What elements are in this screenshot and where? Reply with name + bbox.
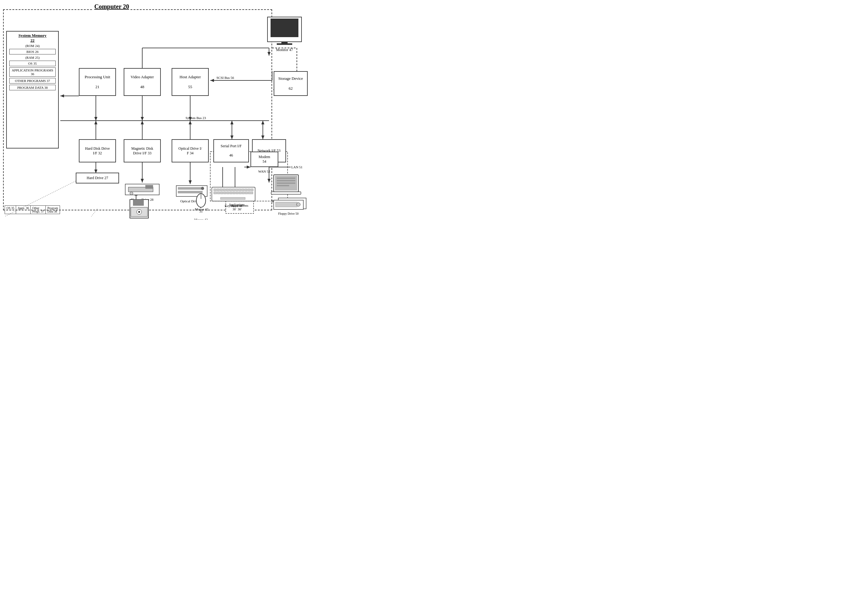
bios-box: BIOS 26 [9, 49, 56, 55]
svg-rect-93 [220, 189, 222, 191]
svg-rect-92 [217, 189, 219, 191]
keyboard-icon [211, 186, 256, 203]
diagram-container: Computer 20 System Bus 23 [0, 0, 309, 220]
svg-rect-80 [178, 187, 203, 190]
svg-rect-100 [242, 189, 244, 191]
svg-rect-122 [277, 183, 295, 184]
mouse-number: 31 [192, 209, 210, 213]
svg-rect-123 [277, 185, 289, 186]
svg-rect-84 [133, 200, 144, 206]
svg-point-87 [138, 211, 140, 213]
svg-rect-108 [227, 192, 229, 194]
svg-rect-113 [242, 192, 245, 194]
svg-rect-109 [230, 192, 232, 194]
wan-label: WAN 52 [258, 170, 270, 173]
svg-rect-74 [277, 43, 292, 45]
svg-rect-110 [233, 192, 235, 194]
rom-label: (ROM 24) [9, 44, 56, 48]
svg-rect-105 [217, 192, 220, 194]
svg-rect-119 [271, 192, 301, 194]
svg-rect-98 [235, 189, 238, 191]
svg-rect-91 [213, 189, 216, 191]
svg-text:LAN 51: LAN 51 [291, 165, 302, 169]
partition-apps: Apps. 36 [16, 206, 31, 214]
magnetic-disk-if-box: Magnetic DiskDrive I/F 33 [124, 139, 161, 162]
optical-drive-if-box: Optical Drive I/F 34 [171, 139, 209, 162]
svg-rect-77 [145, 185, 153, 189]
ram-label: (RAM 25) [9, 56, 56, 59]
floppy-50-label: Floppy Drive 50 [272, 212, 305, 215]
computer-title: Computer 20 [93, 3, 131, 10]
svg-rect-115 [248, 192, 253, 194]
svg-rect-121 [277, 180, 295, 181]
host-adapter-box: Host Adapter55 [171, 68, 209, 96]
system-memory-title: System Memory22 [7, 33, 58, 43]
mouse-area: 31 Mouse 42 [192, 191, 210, 220]
floppy-50-icon [273, 200, 304, 211]
svg-rect-96 [229, 189, 232, 191]
modem-box: Modem54 [251, 151, 278, 167]
svg-rect-114 [245, 192, 248, 194]
partition-other: OtherProgs. 37 [31, 206, 46, 214]
partition-data: ProgramData 38 [46, 206, 59, 214]
storage-device-box: Storage Device62 [274, 71, 308, 96]
laptop-icon [271, 173, 301, 198]
svg-rect-116 [220, 197, 245, 200]
monitor-area: Monitor 47 [264, 16, 305, 52]
svg-rect-72 [271, 19, 298, 37]
svg-rect-106 [220, 192, 223, 194]
video-adapter-box: Video Adapter48 [124, 68, 161, 96]
svg-rect-95 [226, 189, 229, 191]
monitor-label: Monitor 47 [264, 48, 305, 52]
svg-point-126 [296, 203, 300, 206]
system-memory-box: System Memory22 (ROM 24) BIOS 26 (RAM 25… [6, 31, 59, 148]
program-data-box: PROGRAM DATA 38 [9, 85, 56, 91]
os-box: OS 35 [9, 61, 56, 66]
mouse-icon [195, 191, 207, 208]
svg-point-82 [201, 187, 204, 190]
applications-label: Applications 36' [226, 204, 254, 211]
hard-drive-box: Hard Drive 27 [76, 173, 119, 183]
svg-rect-125 [276, 202, 297, 207]
partition-os: OS 35 [5, 206, 16, 214]
svg-rect-120 [277, 178, 295, 179]
svg-point-78 [130, 192, 133, 195]
svg-rect-111 [236, 192, 238, 194]
svg-rect-104 [213, 192, 217, 194]
hd-partitions: OS 35 Apps. 36 OtherProgs. 37 ProgramDat… [5, 205, 60, 214]
processing-unit-box: Processing Unit21 [79, 68, 116, 96]
svg-rect-97 [232, 189, 235, 191]
removable-storage-icon [128, 198, 150, 220]
svg-rect-103 [251, 189, 253, 191]
floppy-drive-icon [124, 183, 161, 197]
svg-rect-102 [248, 189, 250, 191]
other-programs-box: OTHER PROGRAMS 37 [9, 78, 56, 84]
svg-rect-101 [245, 189, 247, 191]
serial-port-if-box: Serial Port I/F46 [213, 139, 249, 162]
hard-disk-if-box: Hard Disk DriveI/F 32 [79, 139, 116, 162]
removable-storage-area: Removable Storage 29 [124, 198, 154, 220]
svg-rect-94 [223, 189, 226, 191]
svg-rect-107 [224, 192, 226, 194]
svg-rect-99 [238, 189, 241, 191]
svg-rect-112 [239, 192, 242, 194]
floppy-drive-50-area: Floppy Drive 50 [272, 200, 305, 215]
app-programs-box: APPLICATION PROGRAMS 36 [9, 67, 56, 77]
mouse-label: Mouse 42 [192, 218, 210, 220]
monitor-icon [266, 16, 303, 47]
